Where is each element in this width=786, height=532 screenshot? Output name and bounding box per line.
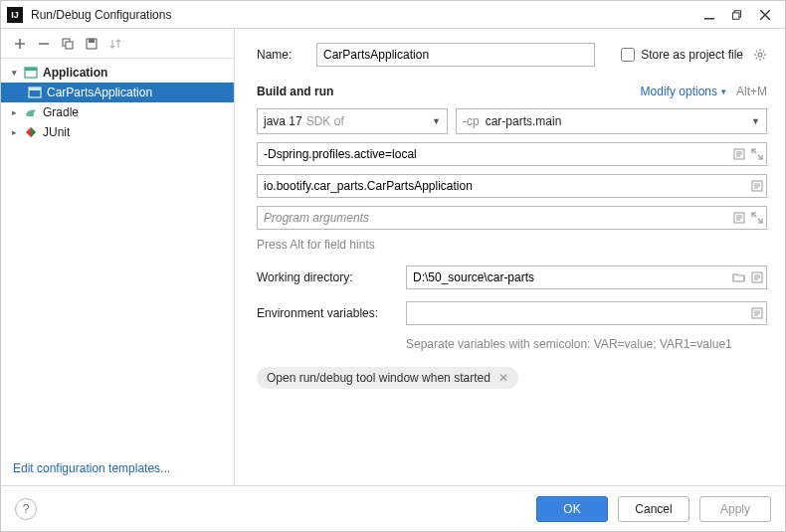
copy-config-button[interactable] (57, 33, 79, 55)
gradle-icon (23, 104, 39, 120)
insert-macro-icon[interactable] (751, 271, 763, 283)
svg-rect-10 (29, 88, 41, 90)
svg-rect-6 (89, 39, 95, 43)
main-class-input[interactable] (257, 174, 767, 198)
store-project-checkbox[interactable] (621, 48, 635, 62)
remove-config-button[interactable] (33, 33, 55, 55)
classpath-select[interactable]: -cp car-parts.main ▼ (456, 108, 767, 134)
tree-label: CarPartsApplication (47, 86, 152, 99)
add-config-button[interactable] (9, 33, 31, 55)
gear-icon[interactable] (753, 48, 767, 62)
config-tree: ▾ Application CarPartsApplication ▸ Grad… (1, 59, 234, 451)
tree-label: JUnit (43, 125, 70, 139)
cancel-button[interactable]: Cancel (618, 496, 689, 522)
env-label: Environment variables: (257, 306, 406, 320)
name-input[interactable] (316, 43, 595, 67)
dialog-footer: ? OK Cancel Apply (1, 485, 785, 531)
field-hint: Press Alt for field hints (257, 238, 767, 252)
insert-macro-icon[interactable] (751, 180, 763, 192)
expand-icon[interactable] (751, 148, 763, 160)
close-icon[interactable] (751, 3, 779, 27)
ok-button[interactable]: OK (536, 496, 608, 522)
tree-label: Gradle (43, 105, 79, 119)
env-input[interactable] (406, 301, 767, 325)
window-title: Run/Debug Configurations (31, 8, 695, 22)
tree-label: Application (43, 66, 107, 80)
workdir-label: Working directory: (257, 270, 406, 284)
insert-macro-icon[interactable] (733, 148, 745, 160)
tree-item-carparts[interactable]: CarPartsApplication (1, 83, 234, 102)
application-icon (23, 65, 39, 81)
chevron-down-icon: ▼ (432, 116, 441, 126)
edit-templates-link[interactable]: Edit configuration templates... (1, 451, 234, 485)
insert-macro-icon[interactable] (751, 307, 763, 319)
application-icon (27, 85, 43, 100)
sidebar-toolbar (1, 29, 234, 59)
svg-rect-4 (66, 42, 73, 49)
main-panel: Name: Store as project file Build and ru… (235, 29, 785, 485)
sort-config-button[interactable] (104, 33, 126, 55)
cp-value: car-parts.main (486, 114, 562, 128)
svg-point-11 (758, 53, 762, 57)
program-args-input[interactable] (257, 206, 767, 230)
svg-rect-8 (25, 68, 37, 71)
minimize-icon[interactable] (695, 3, 723, 27)
open-tool-window-chip[interactable]: Open run/debug tool window when started … (257, 367, 518, 389)
sdk-suffix: SDK of (306, 114, 344, 128)
tree-item-gradle[interactable]: ▸ Gradle (1, 102, 234, 122)
modify-shortcut: Alt+M (736, 85, 767, 98)
modify-options-link[interactable]: Modify options ▾ (641, 85, 726, 98)
chevron-down-icon: ▾ (9, 68, 19, 78)
store-project-label: Store as project file (641, 48, 743, 62)
build-run-heading: Build and run (257, 85, 333, 98)
tree-item-application[interactable]: ▾ Application (1, 63, 234, 83)
junit-icon (23, 124, 39, 140)
insert-macro-icon[interactable] (733, 212, 745, 224)
chevron-right-icon: ▸ (9, 107, 19, 117)
remove-chip-icon[interactable]: ✕ (498, 371, 508, 385)
cp-prefix: -cp (463, 114, 480, 128)
chevron-down-icon: ▾ (721, 87, 726, 96)
svg-rect-0 (704, 18, 714, 20)
chevron-down-icon: ▼ (751, 116, 760, 126)
name-label: Name: (257, 48, 316, 62)
apply-button[interactable]: Apply (699, 496, 771, 522)
maximize-icon[interactable] (723, 3, 751, 27)
sdk-value: java 17 (264, 114, 302, 128)
tree-item-junit[interactable]: ▸ JUnit (1, 122, 234, 142)
help-button[interactable]: ? (15, 498, 37, 520)
save-config-button[interactable] (81, 33, 102, 55)
sidebar: ▾ Application CarPartsApplication ▸ Grad… (1, 29, 235, 485)
folder-icon[interactable] (732, 271, 745, 283)
workdir-input[interactable] (406, 266, 767, 289)
titlebar: IJ Run/Debug Configurations (1, 1, 785, 29)
vm-options-input[interactable] (257, 142, 767, 166)
expand-icon[interactable] (751, 212, 763, 224)
sdk-select[interactable]: java 17 SDK of ▼ (257, 108, 448, 134)
chevron-right-icon: ▸ (9, 127, 19, 137)
env-hint: Separate variables with semicolon: VAR=v… (406, 337, 767, 351)
app-logo: IJ (7, 7, 23, 23)
svg-rect-2 (733, 12, 739, 18)
